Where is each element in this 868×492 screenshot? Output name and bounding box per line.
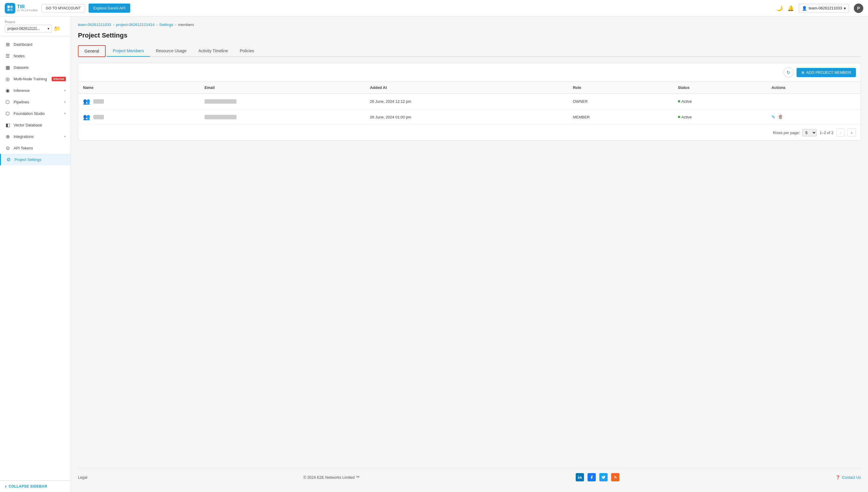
tab-general[interactable]: General (78, 45, 106, 57)
pipelines-icon: ⬡ (5, 99, 10, 105)
status-cell: Active (678, 115, 762, 119)
tab-activity-timeline[interactable]: Activity Timeline (193, 46, 234, 57)
footer-legal-link[interactable]: Legal (78, 475, 87, 479)
team-person-icon: 👤 (802, 6, 807, 10)
team-selector[interactable]: 👤 team-06261211033 ▾ (799, 4, 849, 13)
member-actions-cell (767, 94, 861, 109)
sidebar-item-inference[interactable]: ◉ Inference ▾ (0, 85, 71, 96)
member-email (205, 99, 236, 104)
team-name-label: team-06261211033 (809, 6, 842, 10)
breadcrumb-team[interactable]: team-06261211033 (78, 22, 111, 27)
sidebar-item-dashboard[interactable]: ⊞ Dashboard (0, 39, 71, 50)
sidebar-item-label: Multi-Node Training (14, 77, 49, 81)
dashboard-icon: ⊞ (5, 42, 10, 47)
sidebar-item-label: Nodes (14, 54, 66, 58)
footer-copyright: © 2024 E2E Networks Limited ™ (304, 475, 360, 479)
col-email: Email (200, 82, 365, 94)
rows-per-page: Rows per page: 5 10 25 (773, 129, 817, 137)
notifications-icon[interactable]: 🔔 (787, 5, 794, 11)
refresh-button[interactable]: ↻ (784, 67, 794, 77)
svg-point-5 (614, 478, 614, 479)
logo-sub: AI PLATFORM (17, 9, 38, 12)
member-avatar-icon: 👥 (83, 114, 90, 121)
member-status-cell: Active (673, 94, 767, 109)
pagination-info: 1–2 of 2 (820, 130, 834, 135)
sidebar-item-pipelines[interactable]: ⬡ Pipelines ▾ (0, 96, 71, 108)
svg-rect-1 (10, 6, 13, 8)
pagination-prev-button[interactable]: ‹ (836, 128, 845, 137)
name-cell: 👥 (83, 114, 195, 121)
sidebar-item-multinode[interactable]: ◎ Multi-Node Training Internal (0, 73, 71, 85)
rows-per-page-select[interactable]: 5 10 25 (802, 129, 817, 137)
status-active-dot (678, 100, 680, 102)
datasets-icon: ▦ (5, 65, 10, 70)
delete-member-icon[interactable]: 🗑 (778, 114, 783, 120)
explore-genai-button[interactable]: Explore GenAI API (88, 3, 130, 13)
sidebar-item-vector-database[interactable]: ◧ Vector Database (0, 119, 71, 131)
table-footer: Rows per page: 5 10 25 1–2 of 2 ‹ › (78, 125, 861, 140)
svg-rect-0 (7, 6, 10, 8)
refresh-icon: ↻ (787, 70, 790, 75)
chevron-down-icon: ▾ (844, 6, 846, 10)
add-project-member-button[interactable]: ⊕ ADD PROJECT MEMBER (796, 68, 856, 77)
table-actions-bar: ↻ ⊕ ADD PROJECT MEMBER (78, 63, 861, 81)
contact-label: Contact Us (842, 475, 861, 479)
collapse-sidebar-button[interactable]: « COLLAPSE SIDEBAR (5, 484, 66, 489)
svg-point-4 (578, 475, 579, 476)
vector-db-icon: ◧ (5, 122, 10, 128)
project-selector: Project project-062612121... ▾ 📁 (0, 17, 71, 36)
sidebar-item-datasets[interactable]: ▦ Datasets (0, 62, 71, 73)
sidebar-item-integrations[interactable]: ⊕ Integrations ▾ (0, 131, 71, 142)
col-status: Status (673, 82, 767, 94)
tab-resource-usage[interactable]: Resource Usage (150, 46, 193, 57)
sidebar-item-label: API Tokens (14, 146, 66, 150)
status-active-dot (678, 116, 680, 118)
members-table: Name Email Added At Role Status Actions … (78, 81, 861, 125)
pagination-next-button[interactable]: › (848, 128, 856, 137)
breadcrumb-settings[interactable]: Settings (159, 22, 173, 27)
member-avatar-icon: 👥 (83, 98, 90, 105)
sidebar-item-nodes[interactable]: ☰ Nodes (0, 50, 71, 62)
sidebar-item-label: Pipelines (14, 100, 61, 104)
user-avatar[interactable]: P (854, 3, 863, 13)
chevron-down-icon: ▾ (64, 100, 66, 104)
collapse-icon: « (5, 484, 7, 489)
linkedin-icon[interactable] (576, 473, 584, 482)
app-body: Project project-062612121... ▾ 📁 ⊞ Dashb… (0, 17, 868, 492)
sidebar-item-label: Integrations (14, 134, 61, 139)
breadcrumb-sep: › (156, 22, 157, 27)
col-added-at: Added At (365, 82, 568, 94)
logo: TIR AI PLATFORM (5, 3, 38, 14)
member-role-cell: MEMBER (568, 109, 673, 125)
project-folder-icon[interactable]: 📁 (54, 25, 60, 32)
member-role-cell: OWNER (568, 94, 673, 109)
facebook-icon[interactable] (588, 473, 596, 482)
foundation-studio-icon: ⬡ (5, 111, 10, 116)
table-row: 👥 26 June, 2024 01:00 pm MEMBER (78, 109, 861, 125)
dark-mode-icon[interactable]: 🌙 (776, 5, 783, 11)
table-row: 👥 26 June, 2024 12:12 pm OWNER (78, 94, 861, 109)
action-icons: ✎ 🗑 (771, 114, 856, 120)
breadcrumb-project[interactable]: project-062612121414 (116, 22, 154, 27)
sidebar-item-project-settings[interactable]: ⚙ Project Settings (0, 154, 71, 165)
inference-icon: ◉ (5, 88, 10, 93)
svg-rect-2 (7, 8, 10, 11)
go-to-myaccount-button[interactable]: GO TO MYACCOUNT (41, 4, 85, 13)
nodes-icon: ☰ (5, 53, 10, 59)
project-select-row: project-062612121... ▾ 📁 (5, 25, 66, 32)
contact-us-link[interactable]: ❓ Contact Us (836, 475, 861, 479)
member-added-at-cell: 26 June, 2024 12:12 pm (365, 94, 568, 109)
sidebar-item-foundation-studio[interactable]: ⬡ Foundation Studio ▾ (0, 108, 71, 119)
breadcrumb-current: members (178, 22, 194, 27)
rss-icon[interactable] (611, 473, 619, 482)
project-label: Project (5, 20, 66, 24)
member-email-cell (200, 109, 365, 125)
project-select-dropdown[interactable]: project-062612121... ▾ (5, 25, 52, 32)
tab-project-members[interactable]: Project Members (107, 46, 150, 57)
edit-member-icon[interactable]: ✎ (771, 114, 775, 120)
twitter-icon[interactable] (599, 473, 608, 482)
member-email-cell (200, 94, 365, 109)
sidebar-item-api-tokens[interactable]: ⊙ API Tokens (0, 142, 71, 154)
tab-policies[interactable]: Policies (234, 46, 260, 57)
sidebar-item-label: Dashboard (14, 42, 66, 47)
